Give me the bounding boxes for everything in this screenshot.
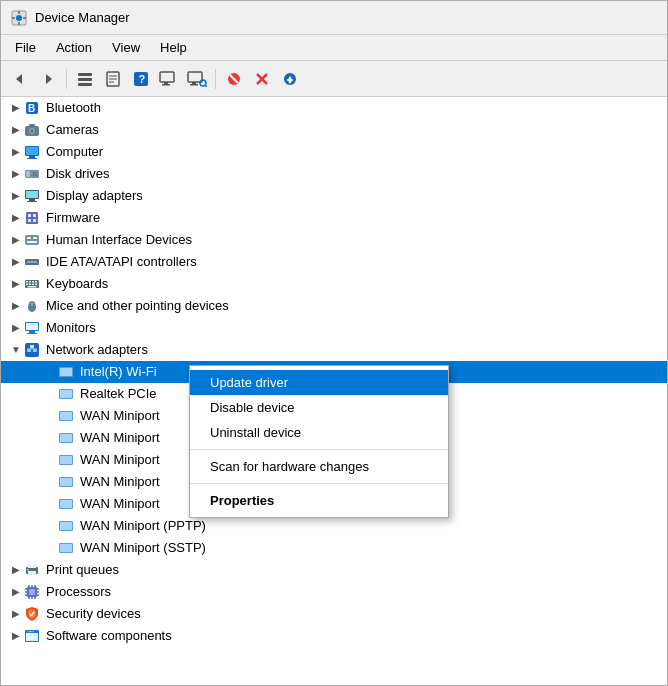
bluetooth-icon: B: [23, 99, 41, 117]
menu-file[interactable]: File: [5, 36, 46, 59]
tree-item-security[interactable]: ▶ Security devices: [1, 603, 667, 625]
uninstall-button[interactable]: [249, 66, 275, 92]
disable-button[interactable]: [221, 66, 247, 92]
display-icon: [23, 187, 41, 205]
ctx-uninstall-device[interactable]: Uninstall device: [190, 420, 448, 445]
ctx-sep-1: [190, 449, 448, 450]
svg-rect-53: [33, 214, 36, 217]
expand-icon-keyboards: ▶: [9, 277, 23, 291]
monitors-label: Monitors: [46, 318, 96, 338]
svg-rect-56: [25, 235, 39, 245]
svg-rect-44: [26, 171, 30, 177]
svg-text:B: B: [28, 103, 35, 114]
computer-label: Computer: [46, 142, 103, 162]
svg-rect-41: [29, 156, 35, 158]
print-icon: [23, 561, 41, 579]
ctx-properties[interactable]: Properties: [190, 488, 448, 513]
hid-label: Human Interface Devices: [46, 230, 192, 250]
tree-item-software[interactable]: ▶ Software components: [1, 625, 667, 647]
svg-text:?: ?: [139, 73, 146, 85]
svg-rect-22: [190, 84, 198, 86]
svg-rect-55: [33, 219, 36, 222]
pptp-icon: [57, 517, 75, 535]
svg-rect-67: [26, 284, 28, 286]
svg-rect-79: [27, 333, 37, 334]
svg-rect-54: [28, 219, 31, 222]
svg-rect-108: [27, 569, 29, 571]
ctx-disable-device[interactable]: Disable device: [190, 395, 448, 420]
tree-item-processors[interactable]: ▶ Processors: [1, 581, 667, 603]
tree-item-network[interactable]: ▼ Network adapters: [1, 339, 667, 361]
svg-rect-21: [192, 82, 196, 84]
tree-item-wan-pptp[interactable]: WAN Miniport (PPTP): [1, 515, 667, 537]
tree-item-firmware[interactable]: ▶ Firmware: [1, 207, 667, 229]
wan5-icon: [57, 495, 75, 513]
back-button[interactable]: [7, 66, 33, 92]
expand-icon-bluetooth: ▶: [9, 101, 23, 115]
svg-rect-98: [60, 478, 72, 486]
svg-rect-88: [60, 368, 72, 376]
list-button[interactable]: [72, 66, 98, 92]
tree-area[interactable]: ▶ B Bluetooth ▶ Cameras ▶: [1, 97, 667, 686]
svg-rect-92: [60, 412, 72, 420]
tree-item-bluetooth[interactable]: ▶ B Bluetooth: [1, 97, 667, 119]
display-properties-button[interactable]: [156, 66, 182, 92]
svg-rect-8: [78, 73, 92, 76]
tree-item-hid[interactable]: ▶ Human Interface Devices: [1, 229, 667, 251]
tree-item-ide[interactable]: ▶ IDE ATA/ATAPI controllers: [1, 251, 667, 273]
ctx-scan[interactable]: Scan for hardware changes: [190, 454, 448, 479]
tree-item-cameras[interactable]: ▶ Cameras: [1, 119, 667, 141]
tree-item-keyboards[interactable]: ▶ Keyboards: [1, 273, 667, 295]
cameras-icon: [23, 121, 41, 139]
wan4-label: WAN Miniport: [80, 472, 160, 492]
ide-label: IDE ATA/ATAPI controllers: [46, 252, 197, 272]
network-label: Network adapters: [46, 340, 148, 360]
svg-rect-9: [78, 78, 92, 81]
ide-icon: [23, 253, 41, 271]
tree-item-print[interactable]: ▶ Print queues: [1, 559, 667, 581]
svg-rect-61: [27, 261, 37, 263]
wan5-label: WAN Miniport: [80, 494, 160, 514]
menu-action[interactable]: Action: [46, 36, 102, 59]
tree-item-monitors[interactable]: ▶ Monitors: [1, 317, 667, 339]
svg-rect-100: [60, 500, 72, 508]
tree-item-display[interactable]: ▶ Display adapters: [1, 185, 667, 207]
expand-icon-software: ▶: [9, 629, 23, 643]
print-label: Print queues: [46, 560, 119, 580]
expand-icon-disk: ▶: [9, 167, 23, 181]
expand-icon-cameras: ▶: [9, 123, 23, 137]
tree-item-wan-sstp[interactable]: WAN Miniport (SSTP): [1, 537, 667, 559]
svg-rect-49: [29, 199, 35, 201]
menu-view[interactable]: View: [102, 36, 150, 59]
display-scan-button[interactable]: [184, 66, 210, 92]
help-button[interactable]: ?: [128, 66, 154, 92]
expand-icon-network: ▼: [9, 343, 23, 357]
update-button[interactable]: [277, 66, 303, 92]
svg-rect-42: [27, 158, 37, 159]
svg-rect-104: [60, 544, 72, 552]
ctx-update-driver[interactable]: Update driver: [190, 370, 448, 395]
forward-button[interactable]: [35, 66, 61, 92]
pptp-label: WAN Miniport (PPTP): [80, 516, 206, 536]
svg-rect-51: [26, 212, 38, 224]
menu-help[interactable]: Help: [150, 36, 197, 59]
title-text: Device Manager: [35, 10, 130, 25]
svg-point-37: [31, 130, 34, 133]
tree-item-disk-drives[interactable]: ▶ Disk drives: [1, 163, 667, 185]
tree-item-computer[interactable]: ▶ Computer: [1, 141, 667, 163]
svg-rect-90: [60, 390, 72, 398]
svg-rect-58: [33, 237, 37, 239]
svg-rect-19: [162, 84, 170, 86]
svg-marker-6: [16, 74, 22, 84]
svg-rect-69: [32, 284, 34, 286]
tree-item-mice[interactable]: ▶ Mice and other pointing devices: [1, 295, 667, 317]
svg-point-46: [34, 173, 36, 175]
svg-rect-96: [60, 456, 72, 464]
svg-rect-71: [28, 286, 37, 288]
toolbar: ?: [1, 61, 667, 97]
mice-label: Mice and other pointing devices: [46, 296, 229, 316]
expand-icon-security: ▶: [9, 607, 23, 621]
svg-line-24: [206, 85, 208, 87]
app-icon: [11, 10, 27, 26]
properties-button[interactable]: [100, 66, 126, 92]
